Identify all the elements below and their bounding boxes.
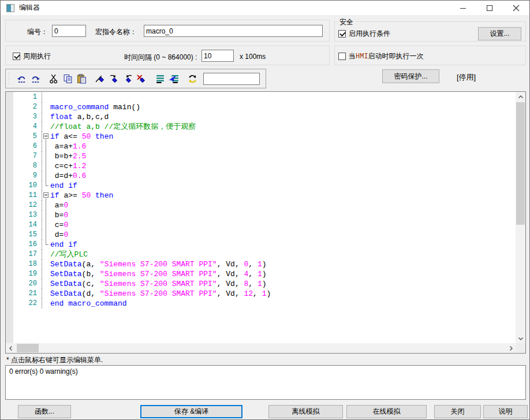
line-marks-button[interactable] <box>154 72 166 85</box>
online-sim-button[interactable]: 在线模拟 <box>346 405 427 418</box>
bookmark-clear-button[interactable] <box>135 72 148 85</box>
password-status: [停用] <box>457 72 476 83</box>
save-compile-button[interactable]: 保存 &编译 <box>140 405 242 418</box>
code-line[interactable]: 6 a=a+1.6 <box>6 142 516 151</box>
startup-checkbox[interactable]: 当 HMI 启动时即执行一次 <box>338 51 424 61</box>
line-number: 18 <box>6 259 42 269</box>
code-line[interactable]: 13 b=0 <box>6 210 516 220</box>
code-line[interactable]: 18SetData(a, "Siemens S7-200 SMART PPI",… <box>6 259 516 269</box>
vertical-scrollbar[interactable] <box>516 92 525 343</box>
code-line[interactable]: 15 d=0 <box>6 230 516 240</box>
code-line[interactable]: 16end if <box>6 240 516 250</box>
periodic-checkbox-box[interactable] <box>13 53 20 60</box>
fold-margin <box>42 122 50 132</box>
code-line[interactable]: 14 c=0 <box>6 220 516 230</box>
code-text: macro_command main() <box>50 102 140 112</box>
code-line[interactable]: 9 d=d+0.6 <box>6 171 516 181</box>
code-line[interactable]: 11if a>= 50 then <box>6 191 516 200</box>
copy-button[interactable] <box>61 72 74 85</box>
cut-icon <box>49 74 59 84</box>
code-editor[interactable]: 12macro_command main()3float a,b,c,d4//f… <box>5 91 526 354</box>
code-line[interactable]: 8 c=c+1.2 <box>6 161 516 171</box>
code-line[interactable]: 22end macro_command <box>6 299 516 309</box>
bookmark-prev-button[interactable] <box>121 72 134 85</box>
code-lines[interactable]: 12macro_command main()3float a,b,c,d4//f… <box>6 92 516 343</box>
startup-label-pre: 当 <box>349 51 356 61</box>
cut-button[interactable] <box>47 72 60 85</box>
scroll-down-button[interactable] <box>516 333 525 343</box>
chevron-right-icon <box>508 345 514 351</box>
code-text: //float a,b //定义循环数据，便于观察 <box>50 122 196 132</box>
code-line[interactable]: 5if a<= 50 then <box>6 132 516 142</box>
undo-button[interactable] <box>15 72 28 85</box>
password-protect-button[interactable]: 密码保护... <box>382 69 439 83</box>
horizontal-scroll-thumb[interactable] <box>17 344 39 352</box>
line-number: 13 <box>6 210 42 220</box>
minimize-icon <box>460 5 466 12</box>
code-line[interactable]: 17//写入PLC <box>6 250 516 259</box>
code-line[interactable]: 1 <box>6 92 516 102</box>
bookmark-next-button[interactable] <box>107 72 120 85</box>
vertical-scroll-thumb[interactable] <box>516 102 525 225</box>
id-field[interactable] <box>52 25 86 37</box>
code-line[interactable]: 20SetData(c, "Siemens S7-200 SMART PPI",… <box>6 279 516 289</box>
scroll-right-button[interactable] <box>506 343 516 353</box>
goto-line-button[interactable] <box>167 72 180 85</box>
bookmark-prev-icon <box>123 74 133 84</box>
code-text: a=a+1.6 <box>50 142 86 151</box>
chevron-down-icon <box>518 336 524 341</box>
compile-message-box[interactable]: 0 error(s) 0 warning(s) <box>5 365 526 400</box>
functions-button[interactable]: 函数... <box>18 405 71 418</box>
undo-icon <box>17 74 27 84</box>
minimize-button[interactable] <box>450 1 476 15</box>
enable-condition-checkbox-box[interactable] <box>338 30 346 38</box>
fold-toggle[interactable] <box>43 192 48 198</box>
close-dialog-button[interactable]: 关闭 <box>434 405 481 418</box>
redo-icon <box>31 74 40 84</box>
offline-sim-button[interactable]: 离线模拟 <box>268 405 343 418</box>
fold-toggle[interactable] <box>43 133 48 139</box>
code-line[interactable]: 4//float a,b //定义循环数据，便于观察 <box>6 122 516 132</box>
bookmark-toggle-button[interactable] <box>94 72 106 85</box>
settings-button[interactable]: 设置... <box>478 27 521 40</box>
fold-margin <box>42 112 50 122</box>
code-line[interactable]: 19SetData(b, "Siemens S7-200 SMART PPI",… <box>6 269 516 279</box>
close-button[interactable] <box>503 1 529 15</box>
scroll-left-button[interactable] <box>6 343 16 353</box>
line-number: 5 <box>6 132 42 142</box>
code-text: end if <box>50 240 77 250</box>
maximize-button[interactable] <box>476 1 503 15</box>
code-line[interactable]: 12 a=0 <box>6 200 516 210</box>
code-line[interactable]: 3float a,b,c,d <box>6 112 516 122</box>
scroll-up-button[interactable] <box>516 92 525 102</box>
search-input[interactable] <box>203 73 260 85</box>
code-line[interactable]: 2macro_command main() <box>6 102 516 112</box>
code-text: d=d+0.6 <box>50 171 86 181</box>
help-button[interactable]: 说明 <box>483 405 528 418</box>
redo-button[interactable] <box>29 72 42 85</box>
paste-button[interactable] <box>75 72 88 85</box>
security-group-title: 安全 <box>338 17 355 27</box>
horizontal-scrollbar[interactable] <box>6 343 516 353</box>
line-number: 9 <box>6 171 42 181</box>
goto-line-icon <box>169 74 179 84</box>
line-number: 20 <box>6 279 42 289</box>
code-line[interactable]: 21SetData(d, "Siemens S7-200 SMART PPI",… <box>6 289 516 299</box>
line-number: 21 <box>6 289 42 299</box>
code-line[interactable]: 7 b=b+2.5 <box>6 151 516 161</box>
code-line[interactable]: 10end if <box>6 181 516 191</box>
find-replace-button[interactable] <box>186 72 199 85</box>
line-number: 3 <box>6 112 42 122</box>
fold-margin <box>42 269 50 279</box>
line-number: 7 <box>6 151 42 161</box>
toolbar-grip[interactable] <box>9 72 10 85</box>
id-name-group: 编号： 宏指令名称： <box>5 20 330 42</box>
enable-condition-checkbox[interactable]: 启用执行条件 <box>338 29 390 39</box>
macro-name-field[interactable] <box>144 25 323 37</box>
fold-margin <box>42 132 50 142</box>
periodic-label: 周期执行 <box>23 51 51 61</box>
startup-checkbox-box[interactable] <box>338 53 346 60</box>
periodic-checkbox[interactable]: 周期执行 <box>13 51 51 61</box>
interval-field[interactable] <box>201 50 234 62</box>
line-number: 14 <box>6 220 42 230</box>
